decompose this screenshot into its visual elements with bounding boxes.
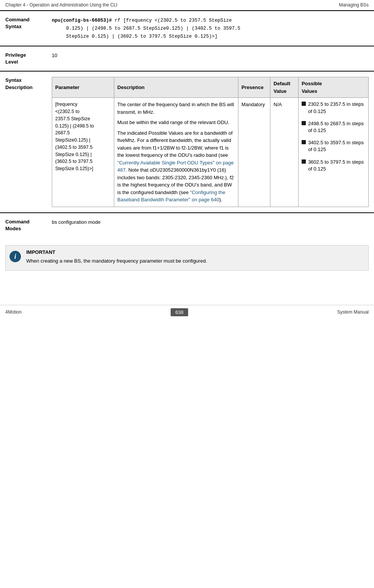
command-modes-label: CommandModes	[0, 218, 50, 232]
page-footer: 4Motion 638 System Manual	[0, 305, 374, 319]
page-header: Chapter 4 - Operation and Administration…	[0, 0, 374, 10]
cell-possible: 2302.5 to 2357.5 in steps of 0.125 2498.…	[298, 98, 368, 207]
command-modes-value: bs configuration mode	[52, 219, 101, 225]
footer-left: 4Motion	[5, 309, 22, 315]
command-syntax-section: CommandSyntax npu(config-bs-66053)# rf […	[0, 10, 374, 46]
important-text: When creating a new BS, the mandatory fr…	[26, 257, 363, 265]
bullet-icon-1	[302, 102, 306, 106]
bullet-icon-2	[302, 121, 306, 125]
possible-value-2: 2498.5 to 2687.5 in steps of 0.125	[302, 120, 365, 134]
cell-presence: Mandatory	[238, 98, 270, 207]
possible-value-1: 2302.5 to 2357.5 in steps of 0.125	[302, 101, 365, 115]
command-modes-content: bs configuration mode	[50, 218, 374, 232]
bullet-icon-3	[302, 140, 306, 144]
privilege-level-value: 10	[52, 53, 57, 58]
section-title: Managing BSs	[339, 2, 369, 8]
command-modes-section: CommandModes bs configuration mode	[0, 212, 374, 237]
important-content: IMPORTANT When creating a new BS, the ma…	[25, 245, 368, 270]
command-syntax-content: npu(config-bs-66053)# rf [frequency <(23…	[50, 16, 374, 40]
important-icon-col: i	[6, 245, 25, 270]
important-title: IMPORTANT	[26, 249, 363, 255]
chapter-title: Chapter 4 - Operation and Administration…	[5, 2, 117, 8]
table-row: [frequency <(2302.5 to 2357.5 StepSize 0…	[52, 98, 369, 207]
syntax-description-label: SyntaxDescription	[0, 77, 50, 91]
syntax-description-content: Parameter Description Presence DefaultVa…	[50, 77, 374, 207]
privilege-level-section: PrivilegeLevel 10	[0, 46, 374, 71]
cell-description: The center of the frequency band in whic…	[114, 98, 238, 207]
col-header-description: Description	[114, 77, 238, 98]
info-icon: i	[10, 251, 21, 262]
syntax-description-section: SyntaxDescription Parameter Description …	[0, 71, 374, 212]
desc-para-3: The indicated Possible Values are for a …	[117, 129, 235, 204]
desc-para-1: The center of the frequency band in whic…	[117, 101, 235, 116]
col-header-possible: PossibleValues	[298, 77, 368, 98]
privilege-level-content: 10	[50, 52, 374, 65]
possible-value-3: 3402.5 to 3597.5 in steps of 0.125	[302, 139, 365, 153]
syntax-table: Parameter Description Presence DefaultVa…	[52, 77, 369, 207]
col-header-presence: Presence	[238, 77, 270, 98]
command-syntax-label: CommandSyntax	[0, 16, 50, 40]
page-number: 638	[171, 308, 188, 316]
col-header-parameter: Parameter	[52, 77, 114, 98]
command-prompt: npu(config-bs-66053)#	[52, 18, 112, 23]
privilege-level-label: PrivilegeLevel	[0, 52, 50, 65]
cell-parameter: [frequency <(2302.5 to 2357.5 StepSize 0…	[52, 98, 114, 207]
cell-default: N/A	[270, 98, 299, 207]
bullet-icon-4	[302, 159, 306, 164]
col-header-default: DefaultValue	[270, 77, 299, 98]
link-bandwidth-param[interactable]: "Configuring the Baseband Bandwidth Para…	[117, 190, 225, 203]
desc-para-2: Must be within the valid range of the re…	[117, 119, 235, 126]
footer-right: System Manual	[337, 309, 369, 315]
link-odu-types[interactable]: "Currently Available Single Port ODU Typ…	[117, 160, 234, 173]
important-section: i IMPORTANT When creating a new BS, the …	[5, 245, 369, 271]
possible-value-4: 3602.5 to 3797.5 in steps of 0.125	[302, 159, 365, 172]
page-content: CommandSyntax npu(config-bs-66053)# rf […	[0, 10, 374, 293]
